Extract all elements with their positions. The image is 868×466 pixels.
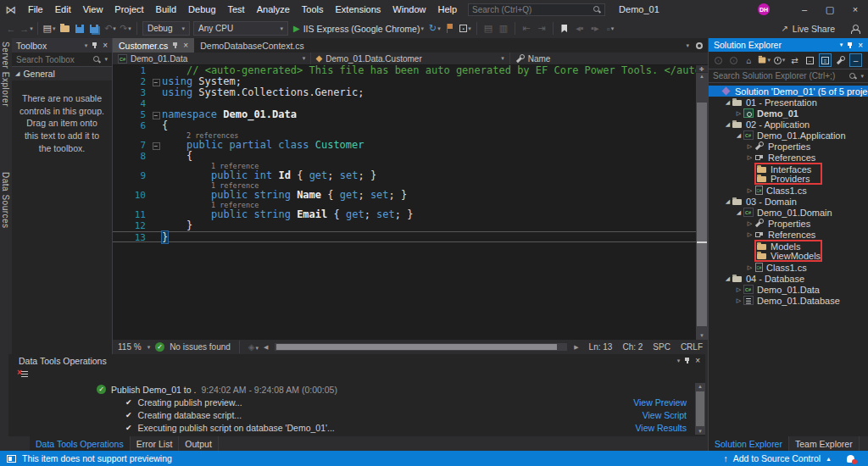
decrease-indent-icon[interactable]: ⇤ [520, 21, 533, 36]
tab-demodatabasecontext-cs[interactable]: DemoDatabaseContext.cs [194, 38, 310, 53]
tree-item-viewmodels[interactable]: ViewModels [709, 251, 868, 262]
close-icon[interactable]: × [858, 41, 863, 50]
health-status[interactable]: No issues found [170, 342, 231, 352]
notification-bell-icon[interactable] [847, 455, 854, 463]
back-icon[interactable]: ‹ [712, 53, 725, 67]
type-dropdown[interactable]: Demo_01.Data.Customer▾ [311, 53, 509, 64]
panel-menu-icon[interactable]: ▾ [677, 358, 681, 364]
refresh-icon[interactable]: ↻▾ [428, 21, 442, 36]
window-options-icon[interactable] [696, 42, 703, 49]
tree-item-demo-01-data[interactable]: ▷Demo_01.Data [709, 284, 868, 295]
editor-vertical-scrollbar[interactable]: ✚ ▲ ▼ [696, 65, 708, 340]
increase-indent-icon[interactable]: ⇥ [535, 21, 548, 36]
save-icon[interactable] [73, 21, 86, 36]
tree-item-references[interactable]: ▷References [709, 152, 868, 163]
menu-extensions[interactable]: Extensions [330, 4, 387, 14]
menu-project[interactable]: Project [108, 4, 149, 14]
expander-icon[interactable]: ▷ [734, 297, 743, 304]
codelens-row[interactable]: 1 reference [113, 162, 696, 170]
tab-team-explorer[interactable]: Team Explorer [789, 436, 860, 451]
tree-item-03-domain[interactable]: ◢03 - Domain [709, 196, 868, 207]
tab-output[interactable]: Output [179, 436, 219, 451]
navigate-back-icon[interactable]: ← [4, 21, 18, 36]
new-project-icon[interactable]: ▤▾ [42, 21, 56, 36]
chevron-up-icon[interactable]: ▲ [826, 456, 832, 462]
tree-item-properties[interactable]: ▷Properties [709, 141, 868, 152]
code-line-12[interactable]: 12} [113, 220, 696, 231]
side-tab-data-sources[interactable]: Data Sources [1, 172, 10, 229]
scroll-right-icon[interactable]: ▶ [574, 344, 578, 351]
pin-icon[interactable] [684, 357, 691, 364]
show-all-files-icon[interactable]: ≡ [819, 53, 832, 67]
expander-icon[interactable]: ▷ [745, 187, 754, 194]
tree-item-demo-01[interactable]: ▷Demo_01 [709, 108, 868, 119]
splitter-handle[interactable]: ✚ [696, 65, 708, 73]
forward-icon[interactable]: › [727, 53, 740, 67]
preview-selected-items-icon[interactable]: ‒ [849, 53, 862, 67]
link-view-script[interactable]: View Script [643, 410, 687, 420]
pending-changes-filter-icon[interactable]: ▾ [773, 53, 786, 67]
diff-margin-icon[interactable]: ◈▾ [248, 342, 259, 352]
menu-test[interactable]: Test [222, 4, 251, 14]
properties-icon[interactable] [834, 53, 847, 67]
toolbox-section-general[interactable]: ◢ General [12, 67, 112, 80]
side-tab-server-explorer[interactable]: Server Explorer [1, 42, 10, 107]
scroll-down-icon[interactable]: ▼ [695, 429, 705, 434]
tree-item-providers[interactable]: Providers [709, 174, 868, 185]
solution-search-input[interactable]: Search Solution Explorer (Ctrl+;) ▾ [709, 69, 868, 83]
tree-item-models[interactable]: Models [709, 240, 868, 251]
expander-icon[interactable]: ◢ [734, 209, 743, 216]
toolbox-menu-icon[interactable]: ▾ [85, 42, 88, 49]
fold-marker-icon[interactable]: − [153, 112, 160, 119]
comment-icon[interactable]: ▤ [481, 21, 495, 36]
expander-icon[interactable]: ▷ [745, 220, 754, 227]
collapse-all-icon[interactable]: − [804, 53, 816, 67]
tab-customer-cs[interactable]: Customer.cs× [113, 38, 194, 53]
menu-view[interactable]: View [77, 4, 109, 14]
debug-configuration-dropdown[interactable]: Debug▾ [142, 21, 190, 36]
undo-icon[interactable]: ↶▾ [103, 21, 117, 36]
redo-icon[interactable]: ↷▾ [119, 21, 132, 36]
expander-icon[interactable]: ◢ [734, 132, 743, 139]
tree-item-demo-01-application[interactable]: ◢Demo_01.Application [709, 130, 868, 141]
tree-item-class1-cs[interactable]: ▷Class1.cs [709, 185, 868, 196]
tree-item-01-presentation[interactable]: ◢01 - Presentation [709, 97, 868, 108]
expander-icon[interactable]: ▷ [745, 143, 754, 150]
scrollbar-thumb[interactable] [697, 103, 707, 327]
run-button[interactable]: ▶ IIS Express (Google Chrome)▾ [293, 24, 424, 34]
add-to-source-control[interactable]: Add to Source Control [733, 453, 821, 463]
uncomment-icon[interactable]: ▥ [497, 21, 510, 36]
tree-item-demo-01-domain[interactable]: ◢Demo_01.Domain [709, 207, 868, 218]
menu-analyze[interactable]: Analyze [251, 4, 296, 14]
next-bookmark-icon[interactable]: ▪▸ [588, 21, 602, 36]
link-view-preview[interactable]: View Preview [633, 397, 687, 408]
minimize-button[interactable]: – [792, 0, 817, 19]
code-line-6[interactable]: 6{ [113, 120, 696, 131]
code-line-9[interactable]: 9public int Id { get; set; } [113, 170, 696, 181]
feedback-person-icon[interactable] [851, 25, 860, 33]
code-line-7[interactable]: 7−public partial class Customer [113, 140, 696, 151]
project-dropdown[interactable]: Demo_01.Data▾ [113, 53, 311, 64]
pin-icon[interactable] [847, 42, 854, 49]
maximize-button[interactable]: ▢ [817, 0, 843, 19]
scroll-up-icon[interactable]: ▲ [695, 384, 705, 389]
tree-item-02-application[interactable]: ◢02 - Application [709, 119, 868, 130]
switch-views-icon[interactable]: ▾ [758, 53, 771, 67]
menu-window[interactable]: Window [387, 4, 431, 14]
home-icon[interactable]: ⌂ [743, 53, 755, 67]
open-folder-icon[interactable] [58, 21, 71, 36]
code-line-3[interactable]: 3using System.Collections.Generic; [113, 87, 696, 98]
toolbox-search-input[interactable]: Search Toolbox ▾ [12, 53, 112, 67]
scroll-left-icon[interactable]: ◀ [264, 344, 268, 351]
menu-build[interactable]: Build [150, 4, 182, 14]
prev-bookmark-icon[interactable]: ◂▪ [573, 21, 587, 36]
scroll-down-icon[interactable]: ▼ [696, 332, 708, 340]
bookmark-icon[interactable] [558, 21, 571, 36]
fold-marker-icon[interactable]: − [153, 142, 160, 150]
scroll-up-icon[interactable]: ▲ [696, 73, 708, 80]
tree-item-properties[interactable]: ▷Properties [709, 218, 868, 229]
menu-tools[interactable]: Tools [296, 4, 330, 14]
attach-icon[interactable] [443, 21, 457, 36]
expander-icon[interactable]: ▷ [734, 286, 743, 293]
save-all-icon[interactable] [88, 21, 102, 36]
